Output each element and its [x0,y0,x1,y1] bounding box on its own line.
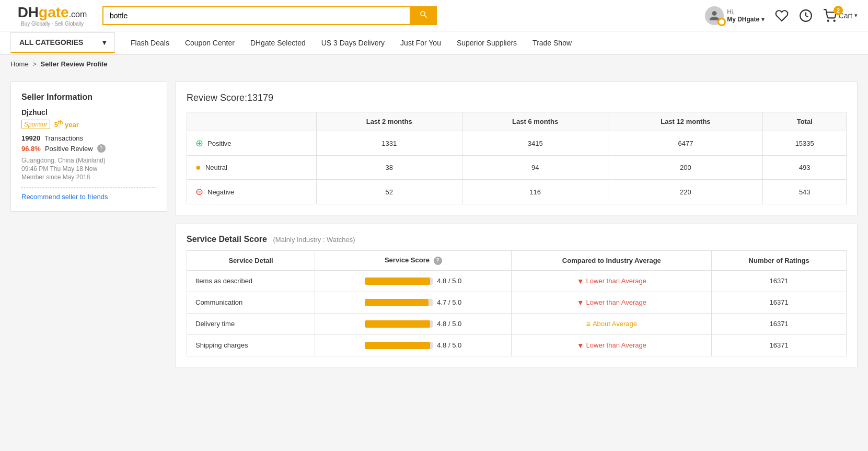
comparison-cell: ▼ Lower than Average [520,277,703,285]
categories-label: ALL CATEGORIES [19,38,83,47]
nav-trade-show[interactable]: Trade Show [533,39,572,47]
logo-com: .com [69,10,87,19]
seller-info-card: Seller Information Djzhucl Sponsor 5th y… [10,82,167,212]
service-score-cell: 4.8 / 5.0 [315,270,512,292]
seller-stats: 19920 Transactions 96.8% Positive Review… [21,134,156,153]
comparison-cell: ▼ Lower than Average [520,341,703,350]
history-button[interactable] [799,9,813,22]
categories-chevron: ▾ [102,38,106,47]
search-button[interactable] [411,6,437,25]
table-row: ⊖ Negative 52 116 220 543 [187,180,847,204]
review-type-cell: ⊖ Negative [187,180,317,204]
service-score-cell: 4.8 / 5.0 [315,334,512,356]
score-bar-fill [365,277,430,285]
review-type-cell: ● Neutral [187,156,317,180]
user-account[interactable]: Hi, My DHgate ▾ [705,6,764,25]
score-bar-fill [365,299,429,306]
review-type-label: Positive [207,140,232,147]
comparison-cell: ≡ About Average [520,320,703,328]
service-score-cell: 4.7 / 5.0 [315,292,512,313]
cart-button[interactable]: 2 Cart ▾ [823,9,858,22]
positive-info-icon[interactable]: ? [97,144,106,153]
service-score-help-icon[interactable]: ? [434,257,442,265]
nav-superior-suppliers[interactable]: Superior Suppliers [457,39,517,47]
positive-review-row: 96.8% Positive Review ? [21,144,156,153]
transactions-row: 19920 Transactions [21,134,156,142]
comparison-col: ▼ Lower than Average [512,292,712,313]
review-6m-val: 116 [462,180,608,204]
review-col-total: Total [763,112,847,131]
logo-tagline: Buy Globally · Sell Globally [21,21,84,27]
ratings-val: 16371 [712,313,847,334]
review-col-12m: Last 12 months [608,112,763,131]
logo-gate: gate [39,4,69,21]
nav-items: Flash Deals Coupon Center DHgate Selecte… [115,31,587,54]
history-icon [799,9,813,22]
review-2m-val: 1331 [316,131,462,156]
arrow-down-icon: ▼ [577,277,584,285]
year-badge: 5th year [54,120,79,129]
nav-coupon-center[interactable]: Coupon Center [185,39,235,47]
comparison-cell: ▼ Lower than Average [520,298,703,307]
search-input[interactable] [102,6,411,25]
breadcrumb-home[interactable]: Home [10,60,29,68]
ratings-val: 16371 [712,270,847,292]
service-detail-label: Communication [187,292,315,313]
nav-us-days-delivery[interactable]: US 3 Days Delivery [321,39,385,47]
seller-location: Guangdong, China (Mainland) [21,157,156,164]
main-content: Seller Information Djzhucl Sponsor 5th y… [0,73,868,376]
table-row: ⊕ Positive 1331 3415 6477 15335 [187,131,847,156]
seller-name: Djzhucl [21,108,156,117]
review-table: Last 2 months Last 6 months Last 12 mont… [187,112,847,204]
nav-dhgate-selected[interactable]: DHgate Selected [250,39,306,47]
score-bar-fill [365,320,430,328]
svg-point-3 [834,20,835,21]
review-12m-val: 200 [608,156,763,180]
transactions-label: Transactions [44,134,83,142]
recommend-link[interactable]: Recommend seller to friends [21,193,108,201]
wishlist-button[interactable] [775,9,789,22]
service-col-ratings: Number of Ratings [712,251,847,271]
score-bar-bg [365,299,433,306]
service-score-card: Service Detail Score (Mainly Industry : … [176,224,858,367]
review-score-card: Review Score:13179 Last 2 months Last 6 … [176,82,858,215]
sidebar: Seller Information Djzhucl Sponsor 5th y… [10,82,167,367]
navigation: ALL CATEGORIES ▾ Flash Deals Coupon Cent… [0,31,868,55]
svg-point-2 [827,20,828,21]
review-col-type [187,112,317,131]
review-6m-val: 94 [462,156,608,180]
nav-just-for-you[interactable]: Just For You [400,39,441,47]
categories-button[interactable]: ALL CATEGORIES ▾ [10,32,115,53]
review-dot: ⊕ [195,137,203,149]
seller-info-title: Seller Information [21,92,156,102]
nav-flash-deals[interactable]: Flash Deals [131,39,169,47]
table-row: Shipping charges 4.8 / 5.0 ▼ Lower than … [187,334,847,356]
score-bar-bg [365,277,433,285]
positive-pct: 96.8% [21,145,41,153]
review-type-label: Negative [207,188,234,196]
breadcrumb-separator: > [32,60,37,68]
table-row: ● Neutral 38 94 200 493 [187,156,847,180]
cart-chevron: ▾ [854,12,858,19]
table-row: Delivery time 4.8 / 5.0 ≡ About Average … [187,313,847,334]
review-col-6m: Last 6 months [462,112,608,131]
review-12m-val: 6477 [608,131,763,156]
review-total-val: 15335 [763,131,847,156]
search-icon [419,10,429,19]
svg-point-0 [719,19,724,25]
review-score-title: Review Score:13179 [187,92,847,103]
service-col-score: Service Score ? [315,251,512,271]
review-col-2m: Last 2 months [316,112,462,131]
service-detail-label: Shipping charges [187,334,315,356]
breadcrumb: Home > Seller Review Profile [0,55,868,73]
breadcrumb-current: Seller Review Profile [41,60,108,68]
score-bar-bg [365,342,433,349]
table-row: Communication 4.7 / 5.0 ▼ Lower than Ave… [187,292,847,313]
score-val: 4.8 / 5.0 [437,277,461,285]
service-col-detail: Service Detail [187,251,315,271]
service-table: Service Detail Service Score ? Compared … [187,250,847,356]
user-greeting: Hi, My DHgate ▾ [727,8,764,23]
logo: DH gate .com Buy Globally · Sell Globall… [10,4,94,27]
review-total-val: 543 [763,180,847,204]
arrow-down-icon: ▼ [577,341,584,350]
